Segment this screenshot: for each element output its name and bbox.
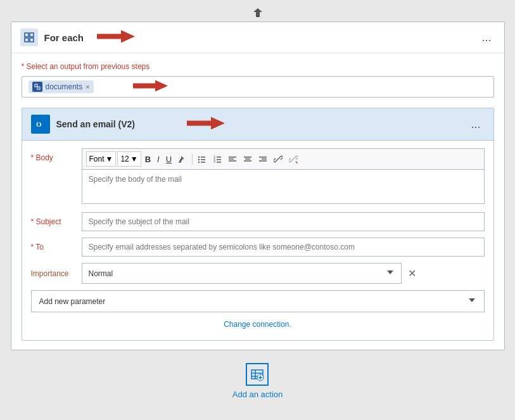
subject-input[interactable] xyxy=(82,212,485,231)
add-action-button[interactable]: Add an action xyxy=(232,363,283,399)
svg-rect-3 xyxy=(30,33,34,37)
svg-text:3.: 3. xyxy=(213,160,216,163)
select-output-label: * Select an output from previous steps xyxy=(22,62,494,71)
bold-button[interactable]: B xyxy=(143,151,153,167)
highlight-button[interactable] xyxy=(175,151,189,167)
top-down-arrow xyxy=(251,6,264,19)
token-red-arrow xyxy=(133,79,168,95)
body-form-row: * Body Font ▼ 12 ▼ xyxy=(31,148,485,206)
unordered-list-button[interactable] xyxy=(195,151,209,167)
svg-line-36 xyxy=(292,158,295,160)
align-left-button[interactable] xyxy=(226,151,239,167)
token-icon xyxy=(32,82,42,92)
to-form-row: * To xyxy=(31,238,485,257)
body-textarea[interactable] xyxy=(82,169,485,204)
importance-dropdown[interactable]: Normal xyxy=(82,263,402,284)
email-header: O Send an email (V2) ... xyxy=(22,108,493,141)
svg-marker-11 xyxy=(187,117,225,130)
importance-select-wrapper: Normal ✕ xyxy=(82,263,485,284)
token-close-button[interactable]: × xyxy=(86,83,89,91)
outlook-icon: O xyxy=(31,115,50,134)
email-red-arrow xyxy=(187,116,225,133)
add-param-chevron-icon xyxy=(467,296,476,307)
font-dropdown[interactable]: Font ▼ xyxy=(86,151,117,167)
ordered-list-button[interactable]: 1. 2. 3. xyxy=(210,151,224,167)
subject-control-wrapper xyxy=(82,212,485,231)
svg-point-18 xyxy=(198,162,200,163)
subject-form-row: * Subject xyxy=(31,212,485,231)
remove-link-button[interactable] xyxy=(286,151,300,167)
font-label: Font xyxy=(89,155,105,163)
body-label: * Body xyxy=(31,148,82,162)
to-label: * To xyxy=(31,238,82,251)
svg-marker-8 xyxy=(133,80,168,92)
svg-rect-6 xyxy=(35,84,37,87)
email-card: O Send an email (V2) ... xyxy=(22,108,494,341)
foreach-card: For each ... * Select an output from pre… xyxy=(11,22,505,350)
body-control-wrapper: Font ▼ 12 ▼ B I U xyxy=(82,148,485,206)
add-param-row[interactable]: Add new parameter xyxy=(31,290,485,312)
insert-link-button[interactable] xyxy=(271,151,285,167)
importance-label: Importance xyxy=(31,269,82,278)
svg-rect-2 xyxy=(25,38,29,42)
body-toolbar: Font ▼ 12 ▼ B I U xyxy=(82,148,485,169)
svg-line-35 xyxy=(277,158,279,160)
font-size-chevron-icon: ▼ xyxy=(130,155,138,163)
foreach-ellipsis-button[interactable]: ... xyxy=(478,30,495,46)
align-right-button[interactable] xyxy=(256,151,270,167)
toolbar-divider-1 xyxy=(192,153,193,165)
add-action-section: Add an action xyxy=(232,350,283,405)
documents-token: documents × xyxy=(29,80,94,93)
email-card-title: Send an email (V2) xyxy=(56,119,467,129)
italic-button[interactable]: I xyxy=(155,151,162,167)
email-form-body: * Body Font ▼ 12 ▼ xyxy=(22,141,493,340)
to-input[interactable] xyxy=(82,238,485,257)
svg-text:O: O xyxy=(36,120,42,128)
svg-point-14 xyxy=(198,156,200,158)
to-control-wrapper xyxy=(82,238,485,257)
svg-point-16 xyxy=(198,159,200,160)
subject-label: * Subject xyxy=(31,212,82,226)
email-ellipsis-button[interactable]: ... xyxy=(467,117,484,132)
importance-clear-button[interactable]: ✕ xyxy=(405,266,419,281)
foreach-red-arrow xyxy=(97,29,135,46)
add-param-label: Add new parameter xyxy=(39,297,106,306)
font-size-value: 12 xyxy=(120,155,129,163)
svg-marker-38 xyxy=(387,270,393,274)
svg-rect-4 xyxy=(30,38,34,42)
font-chevron-icon: ▼ xyxy=(106,155,113,163)
svg-marker-5 xyxy=(97,30,135,43)
font-size-dropdown[interactable]: 12 ▼ xyxy=(117,151,141,167)
svg-marker-39 xyxy=(469,298,475,302)
change-connection-link[interactable]: Change connection. xyxy=(31,320,485,329)
svg-rect-1 xyxy=(25,33,29,37)
svg-marker-0 xyxy=(253,8,262,17)
token-input-field[interactable]: documents × xyxy=(22,76,494,98)
token-text: documents xyxy=(46,82,83,91)
underline-button[interactable]: U xyxy=(163,151,174,167)
add-action-label: Add an action xyxy=(232,390,283,399)
importance-value: Normal xyxy=(89,269,113,278)
svg-rect-7 xyxy=(37,87,40,89)
align-center-button[interactable] xyxy=(241,151,255,167)
importance-row: Importance Normal ✕ xyxy=(31,263,485,284)
foreach-header: For each ... xyxy=(11,22,504,53)
foreach-body: * Select an output from previous steps d… xyxy=(11,53,504,350)
svg-line-37 xyxy=(296,162,298,163)
add-action-icon xyxy=(246,363,269,386)
importance-chevron-icon xyxy=(386,268,395,279)
foreach-icon xyxy=(20,29,38,46)
